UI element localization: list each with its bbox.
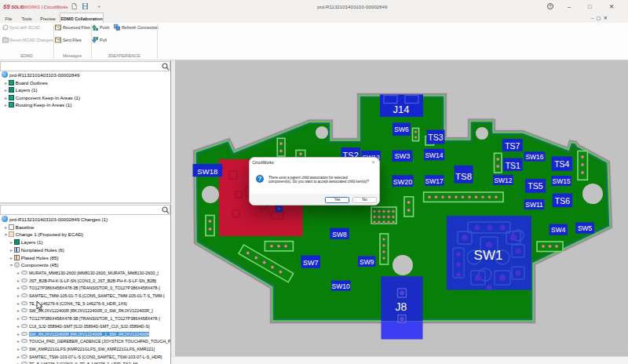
svg-text:SW4: SW4 <box>551 226 566 234</box>
svg-text:SW9: SW9 <box>360 258 374 266</box>
svg-text:SW18: SW18 <box>197 167 217 176</box>
svg-text:SW16: SW16 <box>525 153 543 161</box>
svg-text:SW6: SW6 <box>394 126 409 133</box>
svg-text:SW14: SW14 <box>425 151 443 159</box>
svg-text:TS3: TS3 <box>428 133 443 142</box>
svg-text:SW10: SW10 <box>332 282 350 290</box>
svg-text:SW3: SW3 <box>395 152 411 160</box>
svg-text:SW20: SW20 <box>393 178 413 186</box>
svg-text:TS5: TS5 <box>528 181 542 191</box>
svg-text:SW12: SW12 <box>494 177 512 184</box>
svg-text:SW7: SW7 <box>303 259 319 267</box>
svg-text:J8: J8 <box>396 300 407 313</box>
svg-text:SW11: SW11 <box>525 201 543 209</box>
svg-text:SW5: SW5 <box>578 224 593 232</box>
svg-text:J14: J14 <box>393 104 410 115</box>
svg-text:SW8: SW8 <box>332 231 347 238</box>
svg-text:TS7: TS7 <box>505 141 520 151</box>
svg-text:SW17: SW17 <box>425 177 444 185</box>
svg-text:TS8: TS8 <box>455 172 472 181</box>
svg-text:SW1: SW1 <box>474 248 503 263</box>
svg-text:SW15: SW15 <box>553 177 571 185</box>
svg-text:TS1: TS1 <box>506 161 520 170</box>
svg-text:TS6: TS6 <box>555 196 570 206</box>
svg-text:TS4: TS4 <box>554 159 569 169</box>
